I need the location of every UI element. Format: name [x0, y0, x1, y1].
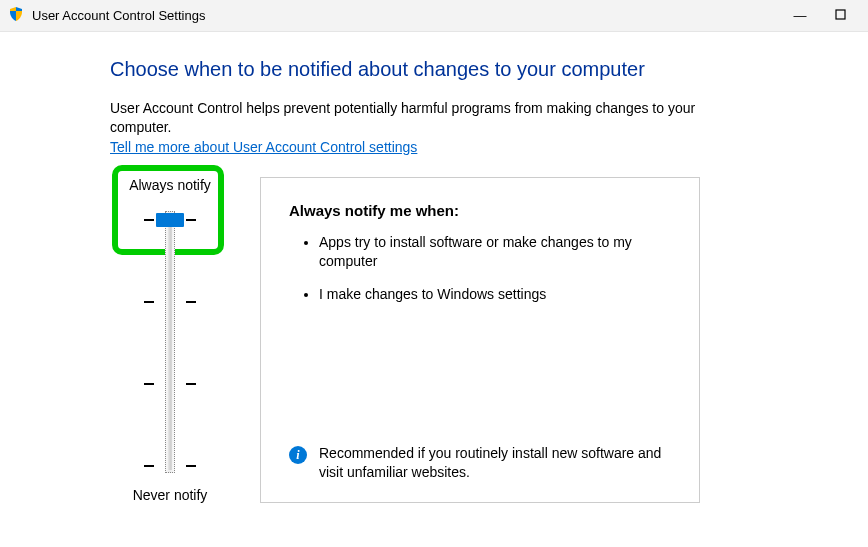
- svg-rect-0: [836, 10, 845, 19]
- slider-thumb[interactable]: [156, 213, 184, 227]
- slider-column: Always notify Never notify: [110, 177, 230, 503]
- info-icon: i: [289, 446, 307, 464]
- content-area: Choose when to be notified about changes…: [0, 32, 868, 503]
- info-panel-title: Always notify me when:: [289, 202, 671, 219]
- window-titlebar: User Account Control Settings —: [0, 0, 868, 32]
- help-link[interactable]: Tell me more about User Account Control …: [110, 139, 417, 155]
- slider-tick: [144, 219, 154, 221]
- shield-icon: [8, 6, 24, 25]
- slider-tick: [144, 301, 154, 303]
- info-bullet: I make changes to Windows settings: [319, 285, 671, 304]
- window-title: User Account Control Settings: [32, 8, 780, 23]
- minimize-button[interactable]: —: [780, 8, 820, 23]
- info-bullet: Apps try to install software or make cha…: [319, 233, 671, 271]
- info-bullet-list: Apps try to install software or make cha…: [289, 233, 671, 318]
- slider-label-bottom: Never notify: [133, 487, 208, 503]
- recommendation-text: Recommended if you routinely install new…: [319, 444, 671, 482]
- slider-label-top: Always notify: [129, 177, 211, 193]
- page-heading: Choose when to be notified about changes…: [110, 58, 758, 81]
- slider-track: [165, 211, 175, 473]
- info-panel: Always notify me when: Apps try to insta…: [260, 177, 700, 503]
- slider-tick: [144, 465, 154, 467]
- slider-tick: [144, 383, 154, 385]
- recommendation-row: i Recommended if you routinely install n…: [289, 444, 671, 482]
- notification-slider[interactable]: [156, 211, 184, 473]
- page-description: User Account Control helps prevent poten…: [110, 99, 758, 137]
- maximize-button[interactable]: [820, 8, 860, 23]
